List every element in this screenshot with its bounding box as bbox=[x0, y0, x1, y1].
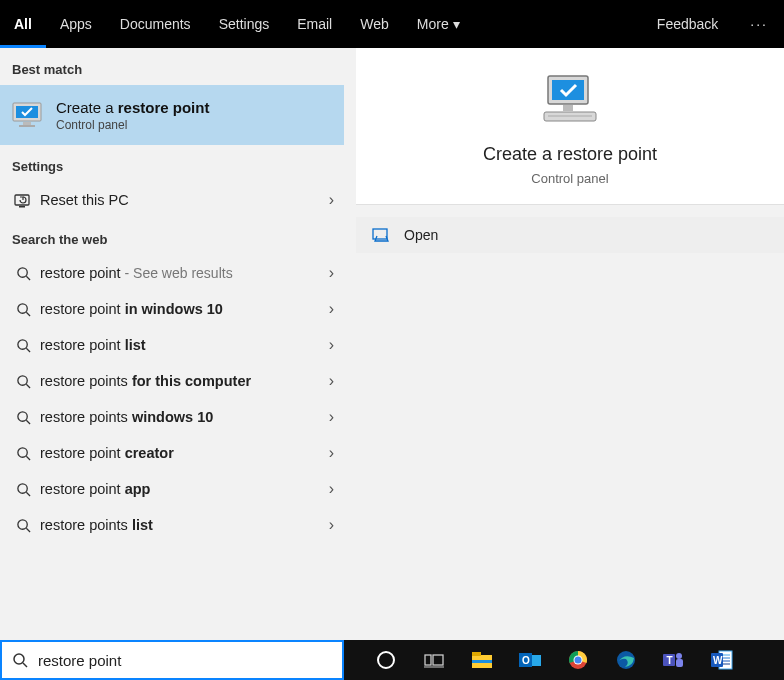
svg-line-17 bbox=[26, 456, 30, 460]
svg-rect-32 bbox=[433, 655, 443, 665]
action-open[interactable]: Open bbox=[356, 217, 784, 253]
svg-point-16 bbox=[17, 447, 26, 456]
web-result-5[interactable]: restore point creator› bbox=[0, 435, 344, 471]
chevron-right-icon: › bbox=[329, 516, 334, 534]
search-box[interactable] bbox=[0, 640, 344, 680]
web-result-0[interactable]: restore point - See web results› bbox=[0, 255, 344, 291]
tab-more[interactable]: More▾ bbox=[403, 0, 474, 48]
search-input[interactable] bbox=[38, 652, 342, 669]
chevron-right-icon: › bbox=[329, 264, 334, 282]
chevron-right-icon: › bbox=[329, 336, 334, 354]
settings-heading: Settings bbox=[0, 145, 344, 182]
monitor-check-large-icon bbox=[538, 72, 602, 126]
file-explorer-icon[interactable] bbox=[468, 646, 496, 674]
svg-point-18 bbox=[17, 483, 26, 492]
svg-point-30 bbox=[378, 652, 394, 668]
svg-rect-39 bbox=[532, 655, 541, 666]
best-match-heading: Best match bbox=[0, 48, 344, 85]
search-icon bbox=[12, 338, 34, 353]
svg-point-14 bbox=[17, 411, 26, 420]
result-label: restore point app bbox=[40, 481, 329, 497]
search-icon bbox=[12, 410, 34, 425]
result-label: restore point - See web results bbox=[40, 265, 329, 281]
svg-line-7 bbox=[26, 276, 30, 280]
action-label: Open bbox=[404, 227, 438, 243]
more-options-button[interactable]: ··· bbox=[734, 16, 784, 32]
tab-apps[interactable]: Apps bbox=[46, 0, 106, 48]
search-web-heading: Search the web bbox=[0, 218, 344, 255]
search-icon bbox=[12, 518, 34, 533]
chevron-right-icon: › bbox=[329, 480, 334, 498]
svg-rect-35 bbox=[472, 652, 481, 656]
preview-subtitle: Control panel bbox=[531, 171, 608, 186]
feedback-link[interactable]: Feedback bbox=[641, 16, 734, 32]
svg-text:T: T bbox=[667, 655, 673, 666]
best-match-subtitle: Control panel bbox=[56, 118, 209, 132]
preview-card: Create a restore point Control panel bbox=[356, 48, 784, 205]
svg-line-19 bbox=[26, 492, 30, 496]
taskbar: O T W bbox=[344, 640, 784, 680]
tab-email[interactable]: Email bbox=[283, 0, 346, 48]
svg-rect-36 bbox=[472, 660, 492, 663]
result-label: restore points windows 10 bbox=[40, 409, 329, 425]
svg-rect-27 bbox=[373, 229, 387, 239]
chrome-icon[interactable] bbox=[564, 646, 592, 674]
best-match-result[interactable]: Create a restore point Control panel bbox=[0, 85, 344, 145]
web-result-4[interactable]: restore points windows 10› bbox=[0, 399, 344, 435]
caret-down-icon: ▾ bbox=[453, 0, 460, 48]
web-result-1[interactable]: restore point in windows 10› bbox=[0, 291, 344, 327]
web-result-3[interactable]: restore points for this computer› bbox=[0, 363, 344, 399]
svg-line-9 bbox=[26, 312, 30, 316]
chevron-right-icon: › bbox=[329, 408, 334, 426]
search-icon bbox=[12, 482, 34, 497]
svg-rect-5 bbox=[19, 206, 25, 208]
web-result-7[interactable]: restore points list› bbox=[0, 507, 344, 543]
svg-point-8 bbox=[17, 303, 26, 312]
web-result-2[interactable]: restore point list› bbox=[0, 327, 344, 363]
open-icon bbox=[372, 228, 394, 242]
chevron-right-icon: › bbox=[329, 372, 334, 390]
results-panel: Best match Create a restore point Contro… bbox=[0, 48, 344, 640]
cortana-icon[interactable] bbox=[372, 646, 400, 674]
word-icon[interactable]: W bbox=[708, 646, 736, 674]
result-label: restore point creator bbox=[40, 445, 329, 461]
svg-line-29 bbox=[23, 663, 27, 667]
svg-rect-23 bbox=[552, 80, 584, 100]
tab-all[interactable]: All bbox=[0, 0, 46, 48]
search-filter-tabs: All Apps Documents Settings Email Web Mo… bbox=[0, 0, 784, 48]
chevron-right-icon: › bbox=[329, 191, 334, 209]
result-label: restore points for this computer bbox=[40, 373, 329, 389]
tab-documents[interactable]: Documents bbox=[106, 0, 205, 48]
svg-point-10 bbox=[17, 339, 26, 348]
svg-rect-24 bbox=[563, 105, 573, 111]
svg-rect-2 bbox=[23, 122, 31, 125]
settings-result-reset-pc[interactable]: Reset this PC › bbox=[0, 182, 344, 218]
svg-point-12 bbox=[17, 375, 26, 384]
best-match-title: Create a restore point bbox=[56, 99, 209, 116]
svg-text:O: O bbox=[522, 655, 530, 666]
svg-line-13 bbox=[26, 384, 30, 388]
svg-point-42 bbox=[575, 657, 582, 664]
svg-point-46 bbox=[676, 653, 682, 659]
result-label: restore point in windows 10 bbox=[40, 301, 329, 317]
chevron-right-icon: › bbox=[329, 444, 334, 462]
search-icon bbox=[12, 374, 34, 389]
tab-web[interactable]: Web bbox=[346, 0, 403, 48]
edge-icon[interactable] bbox=[612, 646, 640, 674]
svg-rect-31 bbox=[425, 655, 431, 665]
search-icon bbox=[12, 302, 34, 317]
svg-rect-3 bbox=[19, 125, 35, 127]
result-label: Reset this PC bbox=[40, 192, 329, 208]
search-icon bbox=[12, 266, 34, 281]
result-label: restore point list bbox=[40, 337, 329, 353]
teams-icon[interactable]: T bbox=[660, 646, 688, 674]
recovery-icon bbox=[12, 192, 34, 208]
preview-title: Create a restore point bbox=[483, 144, 657, 165]
task-view-icon[interactable] bbox=[420, 646, 448, 674]
outlook-icon[interactable]: O bbox=[516, 646, 544, 674]
tab-settings[interactable]: Settings bbox=[205, 0, 284, 48]
svg-line-11 bbox=[26, 348, 30, 352]
web-result-6[interactable]: restore point app› bbox=[0, 471, 344, 507]
search-icon bbox=[2, 652, 38, 668]
svg-line-21 bbox=[26, 528, 30, 532]
